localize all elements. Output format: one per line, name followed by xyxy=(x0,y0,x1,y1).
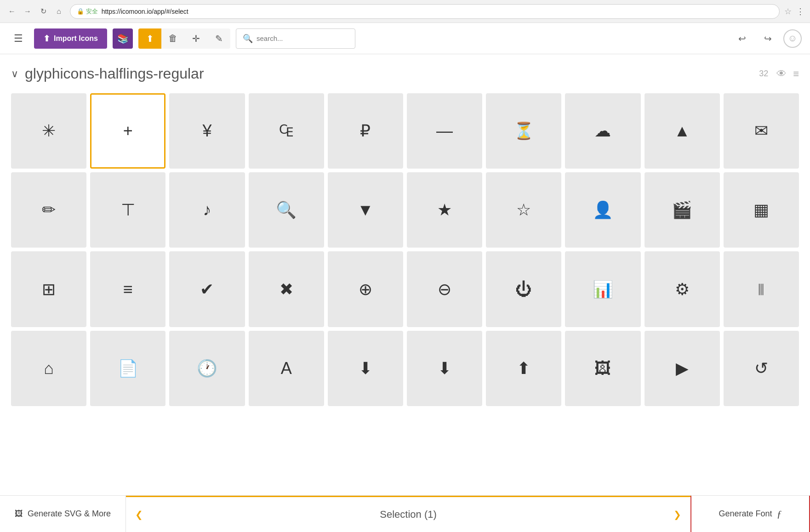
browser-bar: ← → ↻ ⌂ 🔒 安全 https://icomoon.io/app/#/se… xyxy=(0,0,810,23)
icon-cell[interactable]: ⬇ xyxy=(328,331,403,406)
app-toolbar: ☰ ⬆ Import Icons 📚 ⬆ 🗑 ✛ ✎ 🔍 ↩ ↪ ☺ xyxy=(0,23,810,54)
delete-mode-button[interactable]: 🗑 xyxy=(161,28,184,49)
icon-cell[interactable]: ☁ xyxy=(565,93,640,169)
icon-cell[interactable]: ✳ xyxy=(11,93,86,169)
icon-cell[interactable]: A xyxy=(249,331,324,406)
main-content: ∨ glyphicons-halflings-regular 32 👁 ≡ ✳+… xyxy=(0,54,810,406)
hamburger-menu-button[interactable]: ☰ xyxy=(8,28,29,49)
icon-cell[interactable]: ✉ xyxy=(724,93,799,169)
trash-icon: 🗑 xyxy=(168,33,177,44)
icon-cell[interactable]: ⬇ xyxy=(407,331,482,406)
icon-cell[interactable]: — xyxy=(407,93,482,169)
icon-cell[interactable]: ✖ xyxy=(249,251,324,327)
icon-cell[interactable]: ¥ xyxy=(169,93,245,169)
generate-svg-icon: 🖼 xyxy=(15,509,23,519)
cursor-icon: ⬆ xyxy=(146,33,154,44)
icon-cell[interactable]: ⊖ xyxy=(407,251,482,327)
icon-cell[interactable]: ▶ xyxy=(645,331,720,406)
icon-cell[interactable]: ⊕ xyxy=(328,251,403,327)
search-icon: 🔍 xyxy=(243,34,253,44)
section-toggle-button[interactable]: ∨ xyxy=(11,68,18,80)
generate-svg-button[interactable]: 🖼 Generate SVG & More xyxy=(0,496,126,532)
address-bar[interactable]: 🔒 安全 https://icomoon.io/app/#/select xyxy=(70,4,780,19)
icon-cell[interactable]: ⊞ xyxy=(11,251,86,327)
home-button[interactable]: ⌂ xyxy=(52,5,65,18)
url-text: https://icomoon.io/app/#/select xyxy=(102,8,188,15)
section-title: glyphicons-halflings-regular xyxy=(25,65,759,82)
icon-cell[interactable]: + xyxy=(90,93,165,169)
avatar[interactable]: ☺ xyxy=(783,29,802,48)
mode-toolbar: ⬆ 🗑 ✛ ✎ xyxy=(138,28,230,49)
icon-cell[interactable]: 🔍 xyxy=(249,172,324,248)
undo-button[interactable]: ↩ xyxy=(732,28,752,49)
icon-cell[interactable]: 🖼 xyxy=(565,331,640,406)
selection-section[interactable]: Selection (1) xyxy=(126,496,690,532)
library-icon: 📚 xyxy=(117,33,129,44)
icon-cell[interactable]: ▼ xyxy=(328,172,403,248)
generate-svg-label: Generate SVG & More xyxy=(28,509,111,519)
icon-cell[interactable]: ₠ xyxy=(249,93,324,169)
icon-cell[interactable]: ↺ xyxy=(724,331,799,406)
section-header: ∨ glyphicons-halflings-regular 32 👁 ≡ xyxy=(11,65,799,82)
import-label: Import Icons xyxy=(54,34,98,43)
icon-cell[interactable]: ⊤ xyxy=(90,172,165,248)
refresh-button[interactable]: ↻ xyxy=(37,5,50,18)
icon-cell[interactable]: ♪ xyxy=(169,172,245,248)
icon-grid: ✳+¥₠₽—⏳☁▲✉✏⊤♪🔍▼★☆👤🎬▦⊞≡✔✖⊕⊖⏻📊⚙⦀⌂📄🕐A⬇⬇⬆🖼▶↺ xyxy=(11,93,799,406)
browser-nav-buttons: ← → ↻ ⌂ xyxy=(6,5,65,18)
icon-cell[interactable]: 👤 xyxy=(565,172,640,248)
icon-cell[interactable]: ☆ xyxy=(486,172,561,248)
edit-mode-button[interactable]: ✎ xyxy=(207,28,230,49)
icon-cell[interactable]: ★ xyxy=(407,172,482,248)
icon-cell[interactable]: ⏳ xyxy=(486,93,561,169)
browser-menu-icon[interactable]: ⋮ xyxy=(796,6,804,17)
icon-cell[interactable]: ⌂ xyxy=(11,331,86,406)
search-bar[interactable]: 🔍 xyxy=(236,28,355,49)
pencil-icon: ✎ xyxy=(215,33,223,44)
redo-button[interactable]: ↪ xyxy=(758,28,778,49)
move-mode-button[interactable]: ✛ xyxy=(184,28,207,49)
icon-cell[interactable]: 🕐 xyxy=(169,331,245,406)
move-icon: ✛ xyxy=(192,33,200,44)
icon-cell[interactable]: ⚙ xyxy=(645,251,720,327)
icon-cell[interactable]: 🎬 xyxy=(645,172,720,248)
icon-cell[interactable]: ≡ xyxy=(90,251,165,327)
search-input[interactable] xyxy=(257,34,348,42)
icon-cell[interactable]: ⦀ xyxy=(724,251,799,327)
section-count: 32 xyxy=(759,69,768,79)
secure-indicator: 🔒 安全 xyxy=(77,7,98,16)
font-icon: ƒ xyxy=(777,508,782,520)
icon-cell[interactable]: ⬆ xyxy=(486,331,561,406)
icon-cell[interactable]: ₽ xyxy=(328,93,403,169)
generate-font-label: Generate Font xyxy=(719,509,772,519)
select-mode-button[interactable]: ⬆ xyxy=(138,28,161,49)
visibility-icon[interactable]: 👁 xyxy=(776,68,787,80)
library-button[interactable]: 📚 xyxy=(113,28,133,49)
icon-cell[interactable]: ⏻ xyxy=(486,251,561,327)
bottom-bar: 🖼 Generate SVG & More Selection (1) Gene… xyxy=(0,495,810,532)
icon-cell[interactable]: 📊 xyxy=(565,251,640,327)
icon-cell[interactable]: ✏ xyxy=(11,172,86,248)
bookmark-icon[interactable]: ☆ xyxy=(784,6,792,17)
upload-icon: ⬆ xyxy=(43,34,50,44)
generate-font-button[interactable]: Generate Font ƒ xyxy=(690,496,810,532)
icon-cell[interactable]: ▦ xyxy=(724,172,799,248)
options-icon[interactable]: ≡ xyxy=(793,68,799,80)
icon-cell[interactable]: ✔ xyxy=(169,251,245,327)
forward-button[interactable]: → xyxy=(21,5,34,18)
icon-cell[interactable]: 📄 xyxy=(90,331,165,406)
icon-cell[interactable]: ▲ xyxy=(645,93,720,169)
back-button[interactable]: ← xyxy=(6,5,18,18)
import-icons-button[interactable]: ⬆ Import Icons xyxy=(34,28,107,49)
selection-label: Selection (1) xyxy=(380,509,437,521)
